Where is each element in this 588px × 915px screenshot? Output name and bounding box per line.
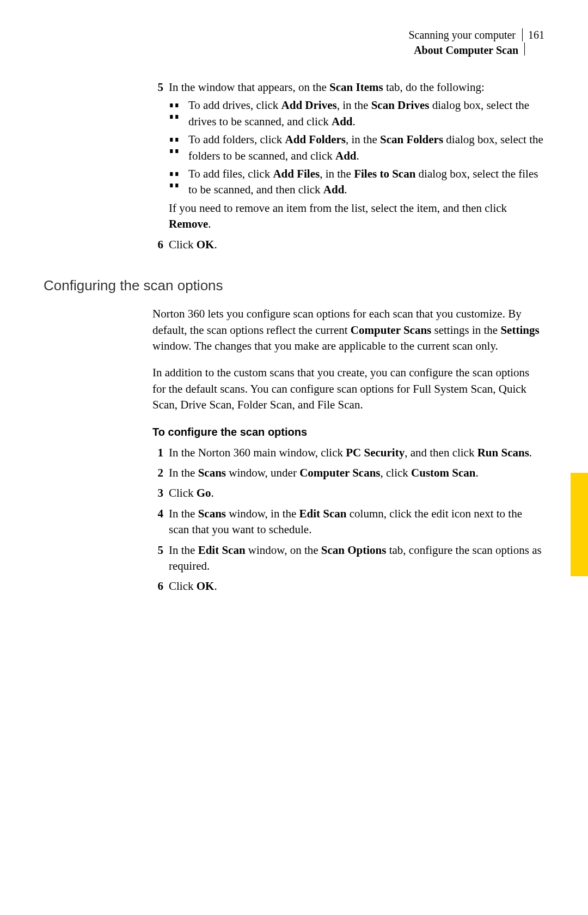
header-section: About Computer Scan [408, 42, 544, 58]
header-chapter: Scanning your computer [408, 27, 521, 42]
step-item: 5 In the Edit Scan window, on the Scan O… [147, 542, 544, 577]
square-bullet-icon: ∎∎∎∎ [169, 97, 188, 130]
square-bullet-icon: ∎∎∎∎ [169, 132, 188, 164]
step-text: In the Scans window, under Computer Scan… [169, 465, 544, 481]
bullet-item: ∎∎∎∎ To add drives, click Add Drives, in… [169, 97, 544, 130]
step-number: 5 [147, 542, 169, 577]
procedure-heading: To configure the scan options [152, 424, 544, 440]
step-text: In the Norton 360 main window, click PC … [169, 445, 544, 461]
page-header: Scanning your computer 161 About Compute… [408, 27, 544, 58]
thumb-tab [571, 473, 588, 576]
step-item: 2 In the Scans window, under Computer Sc… [147, 465, 544, 483]
step-number: 3 [147, 485, 169, 503]
step-number: 1 [147, 445, 169, 463]
step-number: 6 [147, 578, 169, 596]
square-bullet-icon: ∎∎∎∎ [169, 166, 188, 198]
paragraph: Norton 360 lets you configure scan optio… [152, 306, 544, 354]
step-number: 6 [147, 237, 169, 255]
step-item: 3 Click Go. [147, 485, 544, 503]
step-item: 5 In the window that appears, on the Sca… [147, 80, 544, 235]
bullet-text: To add files, click Add Files, in the Fi… [188, 166, 544, 198]
step-item: 1 In the Norton 360 main window, click P… [147, 445, 544, 463]
bullet-text: To add folders, click Add Folders, in th… [188, 132, 544, 164]
step-text: In the Edit Scan window, on the Scan Opt… [169, 542, 544, 575]
step-number: 4 [147, 506, 169, 540]
step-text: Click Go. [169, 485, 544, 501]
bullet-text: To add drives, click Add Drives, in the … [188, 97, 544, 130]
step-text: Click OK. [169, 578, 544, 594]
step-note: If you need to remove an item from the l… [169, 200, 544, 233]
step-item: 4 In the Scans window, in the Edit Scan … [147, 506, 544, 540]
header-page-number: 161 [523, 27, 544, 42]
paragraph: In addition to the custom scans that you… [152, 365, 544, 413]
step-text: In the window that appears, on the Scan … [169, 80, 544, 95]
step-item: 6 Click OK. [147, 237, 544, 255]
bullet-item: ∎∎∎∎ To add folders, click Add Folders, … [169, 132, 544, 164]
step-item: 6 Click OK. [147, 578, 544, 596]
section-heading: Configuring the scan options [44, 276, 544, 295]
step-text: Click OK. [169, 237, 544, 253]
bullet-item: ∎∎∎∎ To add files, click Add Files, in t… [169, 166, 544, 198]
step-text: In the Scans window, in the Edit Scan co… [169, 506, 544, 538]
step-number: 2 [147, 465, 169, 483]
step-number: 5 [147, 80, 169, 235]
